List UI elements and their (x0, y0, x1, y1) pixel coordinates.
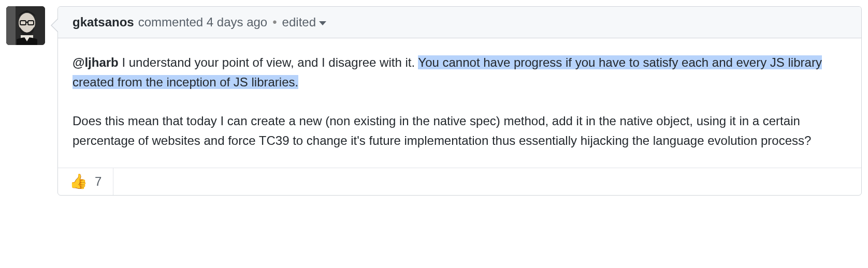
reaction-thumbs-up[interactable]: 👍 7 (58, 168, 113, 195)
caret-down-icon (319, 21, 326, 25)
timestamp-link[interactable]: 4 days ago (207, 15, 267, 29)
comment-body: @ljharb I understand your point of view,… (58, 38, 861, 168)
author-link[interactable]: gkatsanos (73, 15, 134, 29)
comment-action: commented (138, 15, 203, 29)
thumbs-up-icon: 👍 (69, 174, 88, 189)
comment-paragraph-1: @ljharb I understand your point of view,… (73, 53, 847, 93)
user-mention[interactable]: @ljharb (73, 55, 119, 69)
edited-label: edited (282, 15, 316, 29)
text-part1: I understand your point of view, and I d… (119, 55, 418, 69)
bullet-separator: • (272, 15, 277, 29)
spacer (203, 15, 207, 29)
comment-header: gkatsanos commented 4 days ago • edited (58, 7, 861, 38)
avatar[interactable] (6, 6, 45, 45)
reaction-count: 7 (95, 174, 102, 189)
comment-wrapper: gkatsanos commented 4 days ago • edited … (6, 6, 862, 196)
comment-container: gkatsanos commented 4 days ago • edited … (57, 6, 862, 196)
reactions-bar: 👍 7 (58, 168, 861, 195)
svg-rect-1 (6, 6, 16, 45)
edited-dropdown[interactable]: edited (282, 15, 326, 29)
comment-paragraph-2: Does this mean that today I can create a… (73, 111, 847, 151)
